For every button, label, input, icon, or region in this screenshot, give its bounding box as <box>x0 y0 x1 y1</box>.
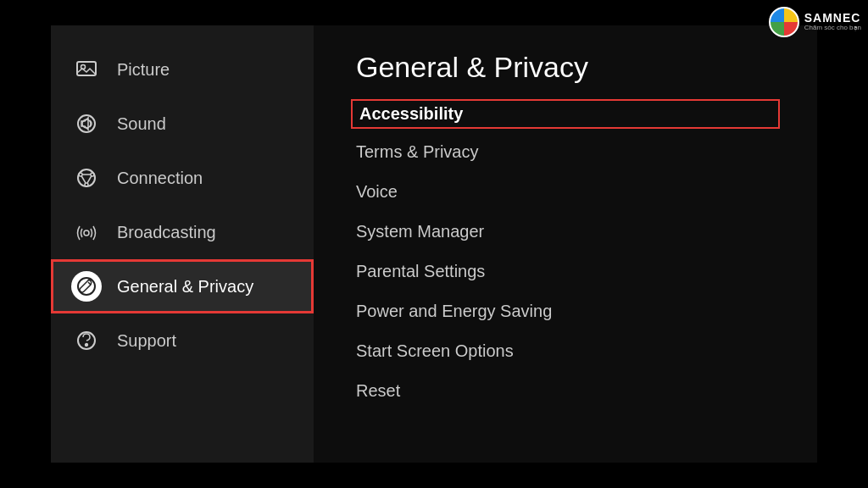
menu-list: Accessibility Terms & Privacy Voice Syst… <box>356 104 775 411</box>
menu-item-accessibility[interactable]: Accessibility <box>356 104 775 124</box>
sound-icon <box>71 108 102 139</box>
menu-item-start-screen-options[interactable]: Start Screen Options <box>356 331 775 371</box>
svg-point-13 <box>84 230 89 236</box>
svg-point-9 <box>85 183 88 186</box>
sidebar-item-connection[interactable]: Connection <box>51 151 314 205</box>
tv-screen: Picture Sound <box>51 25 817 463</box>
menu-item-parental-settings-label: Parental Settings <box>356 262 485 280</box>
logo-area: SAMNEC Chăm sóc cho bạn <box>769 7 861 37</box>
menu-item-system-manager[interactable]: System Manager <box>356 212 775 252</box>
menu-item-accessibility-label: Accessibility <box>359 104 463 123</box>
menu-item-start-screen-options-label: Start Screen Options <box>356 341 514 360</box>
general-privacy-icon <box>71 271 102 302</box>
logo-icon <box>769 7 799 37</box>
menu-item-reset[interactable]: Reset <box>356 371 775 411</box>
menu-item-voice[interactable]: Voice <box>356 172 775 212</box>
svg-point-17 <box>86 344 87 346</box>
logo-text-area: SAMNEC Chăm sóc cho bạn <box>804 12 861 32</box>
svg-rect-0 <box>77 62 96 75</box>
svg-point-14 <box>78 278 95 295</box>
menu-item-system-manager-label: System Manager <box>356 222 484 241</box>
sidebar-item-support[interactable]: Support <box>51 313 314 368</box>
logo-sub: Chăm sóc cho bạn <box>804 25 861 32</box>
connection-icon <box>71 163 102 193</box>
sidebar-item-general-privacy-label: General & Privacy <box>117 277 253 297</box>
menu-item-reset-label: Reset <box>356 381 400 400</box>
svg-line-11 <box>81 176 86 184</box>
main-content: General & Privacy Accessibility Terms & … <box>314 25 817 463</box>
sidebar-item-picture[interactable]: Picture <box>51 42 314 97</box>
svg-line-12 <box>87 176 92 184</box>
menu-item-power-energy-saving-label: Power and Energy Saving <box>356 302 552 320</box>
menu-item-power-energy-saving[interactable]: Power and Energy Saving <box>356 291 775 331</box>
menu-item-terms-privacy[interactable]: Terms & Privacy <box>356 132 775 172</box>
sidebar-item-sound-label: Sound <box>117 114 166 134</box>
sidebar-item-connection-label: Connection <box>117 169 203 188</box>
logo-name: SAMNEC <box>804 12 861 25</box>
sidebar: Picture Sound <box>51 25 314 463</box>
menu-item-voice-label: Voice <box>356 182 398 201</box>
sidebar-item-sound[interactable]: Sound <box>51 97 314 151</box>
broadcasting-icon <box>71 217 102 247</box>
page-title: General & Privacy <box>356 51 775 84</box>
sidebar-item-general-privacy[interactable]: General & Privacy <box>51 259 314 313</box>
sidebar-item-broadcasting-label: Broadcasting <box>117 223 216 242</box>
sidebar-item-support-label: Support <box>117 331 176 351</box>
svg-point-6 <box>78 169 95 186</box>
svg-point-2 <box>78 115 95 132</box>
menu-item-parental-settings[interactable]: Parental Settings <box>356 252 775 291</box>
support-icon <box>71 325 102 356</box>
sidebar-item-picture-label: Picture <box>117 60 170 80</box>
svg-line-15 <box>88 282 91 285</box>
picture-icon <box>71 54 102 85</box>
menu-item-terms-privacy-label: Terms & Privacy <box>356 142 478 161</box>
sidebar-item-broadcasting[interactable]: Broadcasting <box>51 205 314 259</box>
